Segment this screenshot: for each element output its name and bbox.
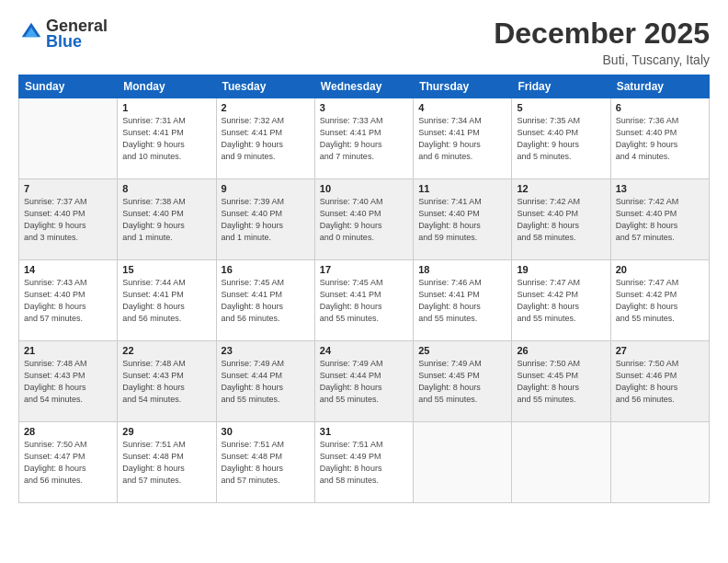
day-cell [512,422,610,503]
day-number: 28 [24,426,112,437]
month-title: December 2025 [494,17,710,51]
weekday-friday: Friday [512,75,610,98]
day-cell [610,422,709,503]
day-cell: 15Sunrise: 7:44 AM Sunset: 4:41 PM Dayli… [118,260,216,341]
page: General Blue December 2025 Buti, Tuscany… [0,0,728,563]
day-cell: 3Sunrise: 7:33 AM Sunset: 4:41 PM Daylig… [314,98,413,179]
week-row-4: 21Sunrise: 7:48 AM Sunset: 4:43 PM Dayli… [19,341,710,422]
day-info: Sunrise: 7:49 AM Sunset: 4:44 PM Dayligh… [222,358,310,406]
day-number: 1 [122,102,210,113]
day-cell: 10Sunrise: 7:40 AM Sunset: 4:40 PM Dayli… [314,179,413,260]
day-cell: 28Sunrise: 7:50 AM Sunset: 4:47 PM Dayli… [19,422,118,503]
day-number: 23 [222,345,310,356]
day-cell: 26Sunrise: 7:50 AM Sunset: 4:45 PM Dayli… [512,341,610,422]
day-cell: 22Sunrise: 7:48 AM Sunset: 4:43 PM Dayli… [118,341,216,422]
day-number: 29 [122,426,210,437]
day-info: Sunrise: 7:50 AM Sunset: 4:47 PM Dayligh… [24,439,112,487]
day-cell: 29Sunrise: 7:51 AM Sunset: 4:48 PM Dayli… [118,422,216,503]
day-number: 12 [517,183,605,194]
day-info: Sunrise: 7:44 AM Sunset: 4:41 PM Dayligh… [122,277,210,325]
day-info: Sunrise: 7:41 AM Sunset: 4:40 PM Dayligh… [418,196,506,244]
weekday-saturday: Saturday [610,75,709,98]
weekday-monday: Monday [118,75,216,98]
day-number: 22 [122,345,210,356]
logo-icon [20,21,42,43]
day-info: Sunrise: 7:50 AM Sunset: 4:45 PM Dayligh… [517,358,605,406]
day-number: 4 [418,102,506,113]
day-cell [414,422,512,503]
title-block: December 2025 Buti, Tuscany, Italy [494,17,710,67]
day-info: Sunrise: 7:40 AM Sunset: 4:40 PM Dayligh… [320,196,408,244]
day-cell: 21Sunrise: 7:48 AM Sunset: 4:43 PM Dayli… [19,341,118,422]
day-cell: 18Sunrise: 7:46 AM Sunset: 4:41 PM Dayli… [414,260,512,341]
day-cell: 25Sunrise: 7:49 AM Sunset: 4:45 PM Dayli… [414,341,512,422]
day-cell: 27Sunrise: 7:50 AM Sunset: 4:46 PM Dayli… [610,341,709,422]
day-number: 19 [517,264,605,275]
weekday-header-row: SundayMondayTuesdayWednesdayThursdayFrid… [19,75,710,98]
day-cell: 23Sunrise: 7:49 AM Sunset: 4:44 PM Dayli… [216,341,314,422]
day-cell: 13Sunrise: 7:42 AM Sunset: 4:40 PM Dayli… [610,179,709,260]
day-info: Sunrise: 7:32 AM Sunset: 4:41 PM Dayligh… [222,115,310,163]
week-row-2: 7Sunrise: 7:37 AM Sunset: 4:40 PM Daylig… [19,179,710,260]
weekday-thursday: Thursday [414,75,512,98]
day-info: Sunrise: 7:46 AM Sunset: 4:41 PM Dayligh… [418,277,506,325]
day-info: Sunrise: 7:33 AM Sunset: 4:41 PM Dayligh… [320,115,408,163]
weekday-sunday: Sunday [19,75,118,98]
day-cell: 17Sunrise: 7:45 AM Sunset: 4:41 PM Dayli… [314,260,413,341]
day-number: 27 [616,345,704,356]
day-number: 30 [222,426,310,437]
day-info: Sunrise: 7:43 AM Sunset: 4:40 PM Dayligh… [24,277,112,325]
day-info: Sunrise: 7:45 AM Sunset: 4:41 PM Dayligh… [320,277,408,325]
day-number: 8 [122,183,210,194]
day-cell: 30Sunrise: 7:51 AM Sunset: 4:48 PM Dayli… [216,422,314,503]
day-info: Sunrise: 7:42 AM Sunset: 4:40 PM Dayligh… [517,196,605,244]
day-info: Sunrise: 7:35 AM Sunset: 4:40 PM Dayligh… [517,115,605,163]
day-number: 31 [320,426,408,437]
week-row-3: 14Sunrise: 7:43 AM Sunset: 4:40 PM Dayli… [19,260,710,341]
day-number: 17 [320,264,408,275]
week-row-5: 28Sunrise: 7:50 AM Sunset: 4:47 PM Dayli… [19,422,710,503]
day-info: Sunrise: 7:31 AM Sunset: 4:41 PM Dayligh… [122,115,210,163]
day-number: 20 [616,264,704,275]
day-info: Sunrise: 7:39 AM Sunset: 4:40 PM Dayligh… [222,196,310,244]
day-number: 15 [122,264,210,275]
day-number: 13 [616,183,704,194]
day-number: 2 [222,102,310,113]
day-number: 7 [24,183,112,194]
day-info: Sunrise: 7:47 AM Sunset: 4:42 PM Dayligh… [517,277,605,325]
location: Buti, Tuscany, Italy [494,52,710,67]
day-number: 16 [222,264,310,275]
day-number: 6 [616,102,704,113]
day-info: Sunrise: 7:49 AM Sunset: 4:44 PM Dayligh… [320,358,408,406]
day-number: 25 [418,345,506,356]
day-info: Sunrise: 7:42 AM Sunset: 4:40 PM Dayligh… [616,196,704,244]
day-number: 11 [418,183,506,194]
day-info: Sunrise: 7:49 AM Sunset: 4:45 PM Dayligh… [418,358,506,406]
day-cell: 31Sunrise: 7:51 AM Sunset: 4:49 PM Dayli… [314,422,413,503]
day-cell: 8Sunrise: 7:38 AM Sunset: 4:40 PM Daylig… [118,179,216,260]
day-cell: 12Sunrise: 7:42 AM Sunset: 4:40 PM Dayli… [512,179,610,260]
day-cell: 4Sunrise: 7:34 AM Sunset: 4:41 PM Daylig… [414,98,512,179]
day-cell: 16Sunrise: 7:45 AM Sunset: 4:41 PM Dayli… [216,260,314,341]
day-cell: 6Sunrise: 7:36 AM Sunset: 4:40 PM Daylig… [610,98,709,179]
logo: General Blue [18,17,108,51]
day-info: Sunrise: 7:38 AM Sunset: 4:40 PM Dayligh… [122,196,210,244]
day-cell: 2Sunrise: 7:32 AM Sunset: 4:41 PM Daylig… [216,98,314,179]
day-cell: 14Sunrise: 7:43 AM Sunset: 4:40 PM Dayli… [19,260,118,341]
day-number: 26 [517,345,605,356]
day-info: Sunrise: 7:47 AM Sunset: 4:42 PM Dayligh… [616,277,704,325]
day-number: 21 [24,345,112,356]
day-number: 10 [320,183,408,194]
day-number: 5 [517,102,605,113]
header: General Blue December 2025 Buti, Tuscany… [18,17,710,67]
day-info: Sunrise: 7:34 AM Sunset: 4:41 PM Dayligh… [418,115,506,163]
day-info: Sunrise: 7:48 AM Sunset: 4:43 PM Dayligh… [122,358,210,406]
day-info: Sunrise: 7:45 AM Sunset: 4:41 PM Dayligh… [222,277,310,325]
day-number: 9 [222,183,310,194]
day-cell: 5Sunrise: 7:35 AM Sunset: 4:40 PM Daylig… [512,98,610,179]
day-info: Sunrise: 7:37 AM Sunset: 4:40 PM Dayligh… [24,196,112,244]
week-row-1: 1Sunrise: 7:31 AM Sunset: 4:41 PM Daylig… [19,98,710,179]
day-cell [19,98,118,179]
day-cell: 24Sunrise: 7:49 AM Sunset: 4:44 PM Dayli… [314,341,413,422]
weekday-tuesday: Tuesday [216,75,314,98]
